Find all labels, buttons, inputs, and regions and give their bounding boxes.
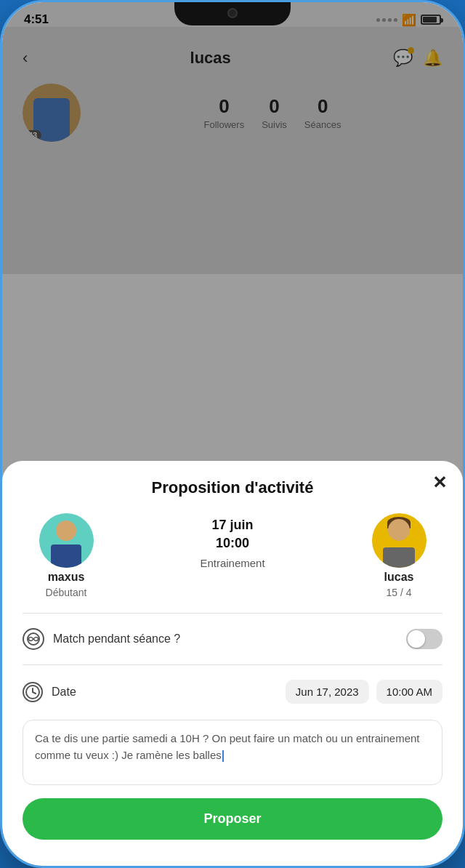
svg-line-3	[33, 692, 36, 694]
player-left-card: maxus Débutant	[23, 513, 110, 598]
modal-overlay: ✕ Proposition d'activité maxus Débutant	[2, 2, 463, 866]
toggle-row: Match pendant séance ?	[23, 621, 442, 657]
match-time: 10:00	[216, 536, 249, 551]
clock-svg	[25, 684, 41, 700]
toggle-thumb	[408, 630, 425, 648]
player-left-name: maxus	[48, 571, 85, 584]
phone-screen: 4:51 📶 ‹ lucas	[2, 2, 463, 866]
match-date: 17 juin	[211, 518, 253, 533]
divider-2	[23, 664, 442, 665]
match-type: Entrainement	[200, 557, 264, 569]
avatar-maxus	[39, 513, 94, 568]
tennis-ball-svg	[27, 632, 40, 646]
modal-title: Proposition d'activité	[23, 478, 442, 497]
player-right-score: 15 / 4	[386, 587, 411, 598]
phone-frame: 4:51 📶 ‹ lucas	[0, 0, 465, 868]
toggle-switch[interactable]	[406, 629, 442, 649]
message-text: Ca te dis une partie samedi a 10H ? On p…	[35, 732, 419, 761]
date-row: Date Jun 17, 2023 10:00 AM	[23, 672, 442, 711]
player-left-level: Débutant	[46, 587, 87, 598]
close-button[interactable]: ✕	[432, 474, 447, 491]
date-label: Date	[52, 686, 76, 699]
maxus-figure	[39, 513, 94, 568]
notch-camera	[227, 8, 238, 18]
tennis-icon	[23, 628, 44, 650]
player-right-card: lucas 15 / 4	[355, 513, 442, 598]
propose-button[interactable]: Proposer	[23, 798, 442, 840]
text-cursor	[222, 750, 224, 762]
notch	[174, 2, 291, 25]
message-content: Ca te dis une partie samedi a 10H ? On p…	[35, 732, 419, 761]
avatar-lucas2	[372, 513, 426, 568]
date-left: Date	[23, 682, 76, 702]
date-pill-date[interactable]: Jun 17, 2023	[286, 680, 369, 704]
match-info: 17 juin 10:00 Entrainement	[200, 513, 264, 569]
clock-icon	[23, 682, 43, 702]
maxus-head	[56, 521, 76, 541]
message-area[interactable]: Ca te dis une partie samedi a 10H ? On p…	[23, 720, 442, 785]
toggle-left: Match pendant séance ?	[23, 628, 180, 650]
divider-1	[23, 613, 442, 614]
players-row: maxus Débutant 17 juin 10:00 Entrainemen…	[23, 513, 442, 598]
toggle-label: Match pendant séance ?	[53, 632, 180, 646]
lucas-body	[383, 547, 415, 568]
modal: ✕ Proposition d'activité maxus Débutant	[2, 461, 463, 866]
date-pill-time[interactable]: 10:00 AM	[376, 680, 442, 704]
lucas-figure	[372, 513, 426, 568]
player-right-name: lucas	[384, 571, 414, 584]
date-pills: Jun 17, 2023 10:00 AM	[286, 680, 442, 704]
lucas-head	[388, 519, 410, 541]
maxus-body	[51, 544, 81, 568]
